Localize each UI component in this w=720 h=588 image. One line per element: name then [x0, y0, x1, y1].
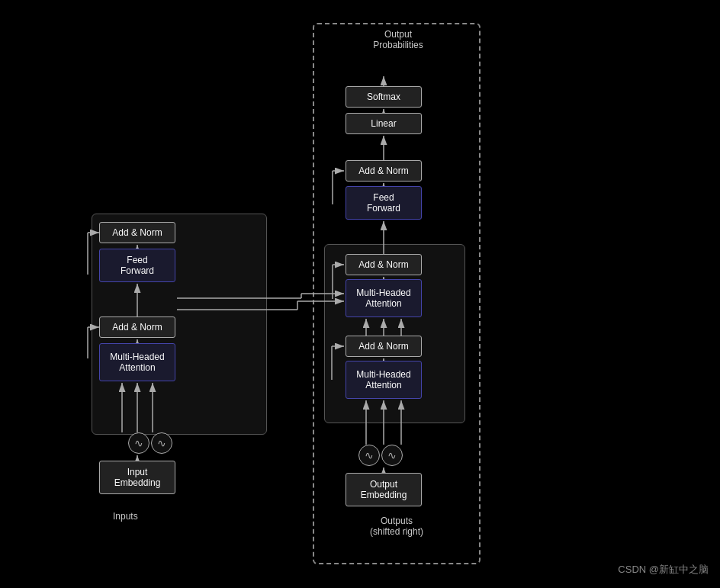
- decoder-linear: Linear: [346, 113, 422, 134]
- encoder-multi-head-attn: Multi-HeadedAttention: [99, 343, 175, 381]
- decoder-pos-circle-left: ∿: [358, 445, 380, 466]
- decoder-softmax: Softmax: [346, 86, 422, 108]
- decoder-multi-head-attn-top: Multi-HeadedAttention: [346, 279, 422, 317]
- decoder-output-embedding: OutputEmbedding: [346, 473, 422, 506]
- decoder-add-norm-bottom: Add & Norm: [346, 336, 422, 357]
- decoder-add-norm-mid: Add & Norm: [346, 254, 422, 275]
- encoder-inputs-label: Inputs: [113, 511, 138, 522]
- encoder-pos-circle-right: ∿: [151, 432, 172, 454]
- encoder-add-norm-top: Add & Norm: [99, 222, 175, 243]
- output-probabilities-label: OutputProbabilities: [360, 29, 436, 50]
- encoder-feed-forward: FeedForward: [99, 249, 175, 282]
- encoder-input-embedding: InputEmbedding: [99, 461, 175, 494]
- decoder-pos-circle-right: ∿: [381, 445, 403, 466]
- decoder-add-norm-top: Add & Norm: [346, 160, 422, 182]
- encoder-pos-circle-left: ∿: [128, 432, 149, 454]
- watermark: CSDN @新缸中之脑: [618, 563, 709, 577]
- diagram-container: Add & Norm FeedForward Add & Norm Multi-…: [0, 0, 720, 588]
- decoder-outputs-label: Outputs(shifted right): [351, 516, 442, 537]
- encoder-add-norm-bottom: Add & Norm: [99, 316, 175, 338]
- decoder-multi-head-attn-bottom: Multi-HeadedAttention: [346, 361, 422, 399]
- decoder-feed-forward: FeedForward: [346, 186, 422, 220]
